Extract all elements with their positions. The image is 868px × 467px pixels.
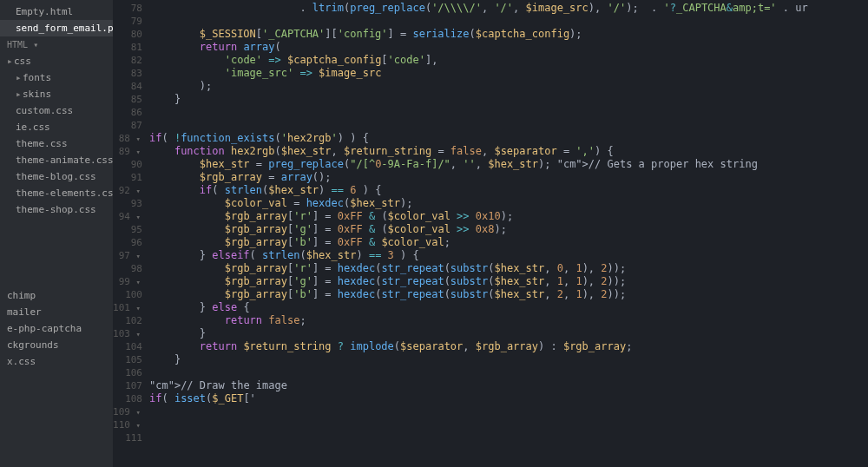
code-line[interactable]: if( isset($_GET[' <box>149 392 868 405</box>
line-number: 95 <box>113 223 142 236</box>
line-number: 87 <box>113 119 142 132</box>
line-number: 94 ▾ <box>113 210 142 223</box>
code-line[interactable]: } <box>149 353 868 366</box>
line-number: 101 ▾ <box>113 301 142 314</box>
line-number: 90 <box>113 158 142 171</box>
line-number: 81 <box>113 41 142 54</box>
line-number: 88 ▾ <box>113 132 142 145</box>
code-line[interactable]: return $return_string ? implode($separat… <box>149 340 868 353</box>
line-number: 111 <box>113 431 142 444</box>
code-line[interactable]: . ltrim(preg_replace('/\\\\/', '/', $ima… <box>149 2 868 15</box>
line-number: 106 <box>113 366 142 379</box>
file-item[interactable]: mailer <box>0 304 113 320</box>
line-number: 85 <box>113 93 142 106</box>
code-line[interactable]: "cm">// Draw the image <box>149 379 868 392</box>
code-line[interactable] <box>149 119 868 132</box>
line-number: 86 <box>113 106 142 119</box>
code-line[interactable] <box>149 106 868 119</box>
code-line[interactable]: ); <box>149 80 868 93</box>
folder-fonts[interactable]: ▸fonts <box>0 69 113 86</box>
code-line[interactable]: } elseif( strlen($hex_str) == 3 ) { <box>149 249 868 262</box>
file-item[interactable]: Empty.html <box>0 3 113 20</box>
line-number: 105 <box>113 353 142 366</box>
code-line[interactable]: $rgb_array['b'] = hexdec(str_repeat(subs… <box>149 288 868 301</box>
line-gutter: 78 79 80 81 82 83 84 85 86 87 88 ▾89 ▾90… <box>113 0 149 467</box>
file-theme-blog-css[interactable]: theme-blog.css <box>0 168 113 185</box>
code-line[interactable]: } else { <box>149 301 868 314</box>
line-number: 100 <box>113 288 142 301</box>
line-number: 79 <box>113 15 142 28</box>
line-number: 98 <box>113 262 142 275</box>
code-line[interactable]: if( !function_exists('hex2rgb') ) { <box>149 132 868 145</box>
line-number: 97 ▾ <box>113 249 142 262</box>
file-item[interactable]: e-php-captcha <box>0 320 113 337</box>
code-line[interactable]: $rgb_array['g'] = 0xFF & ($color_val >> … <box>149 223 868 236</box>
code-line[interactable] <box>149 366 868 379</box>
line-number: 84 <box>113 80 142 93</box>
line-number: 110 ▾ <box>113 418 142 431</box>
line-number: 99 ▾ <box>113 275 142 288</box>
code-line[interactable]: return array( <box>149 41 868 54</box>
code-line[interactable]: return false; <box>149 314 868 327</box>
line-number: 96 <box>113 236 142 249</box>
file-theme-elements-css[interactable]: theme-elements.css <box>0 185 113 201</box>
line-number: 89 ▾ <box>113 145 142 158</box>
code-line[interactable]: function hex2rgb($hex_str, $return_strin… <box>149 145 868 158</box>
code-line[interactable]: 'code' => $captcha_config['code'], <box>149 54 868 67</box>
line-number: 78 <box>113 2 142 15</box>
file-item[interactable]: chimp <box>0 287 113 304</box>
code-line[interactable]: } <box>149 93 868 106</box>
folder-skins[interactable]: ▸skins <box>0 86 113 102</box>
line-number: 109 ▾ <box>113 405 142 418</box>
sidebar-section: HTML ▾ <box>0 36 113 53</box>
code-line[interactable]: $rgb_array['r'] = hexdec(str_repeat(subs… <box>149 262 868 275</box>
line-number: 104 <box>113 340 142 353</box>
file-item[interactable]: ckgrounds <box>0 337 113 353</box>
code-line[interactable]: $rgb_array = array(); <box>149 171 868 184</box>
line-number: 91 <box>113 171 142 184</box>
code-line[interactable]: 'image_src' => $image_src <box>149 67 868 80</box>
file-theme-shop-css[interactable]: theme-shop.css <box>0 201 113 218</box>
file-theme-css[interactable]: theme.css <box>0 135 113 152</box>
code-line[interactable] <box>149 15 868 28</box>
code-area[interactable]: . ltrim(preg_replace('/\\\\/', '/', $ima… <box>149 0 868 467</box>
code-editor[interactable]: 78 79 80 81 82 83 84 85 86 87 88 ▾89 ▾90… <box>113 0 868 467</box>
line-number: 107 <box>113 379 142 392</box>
line-number: 103 ▾ <box>113 327 142 340</box>
code-line[interactable]: $rgb_array['b'] = 0xFF & $color_val; <box>149 236 868 249</box>
code-line[interactable]: if( strlen($hex_str) == 6 ) { <box>149 184 868 197</box>
code-line[interactable]: $rgb_array['r'] = 0xFF & ($color_val >> … <box>149 210 868 223</box>
line-number: 102 <box>113 314 142 327</box>
file-sidebar: Empty.html send_form_email.php HTML ▾ ▸c… <box>0 0 113 467</box>
line-number: 82 <box>113 54 142 67</box>
line-number: 108 <box>113 392 142 405</box>
line-number: 80 <box>113 28 142 41</box>
code-line[interactable]: $rgb_array['g'] = hexdec(str_repeat(subs… <box>149 275 868 288</box>
file-custom-css[interactable]: custom.css <box>0 102 113 119</box>
file-item[interactable]: x.css <box>0 353 113 370</box>
code-line[interactable]: $hex_str = preg_replace("/[^0-9A-Fa-f]/"… <box>149 158 868 171</box>
line-number: 83 <box>113 67 142 80</box>
code-line[interactable]: $color_val = hexdec($hex_str); <box>149 197 868 210</box>
code-line[interactable]: } <box>149 327 868 340</box>
file-ie-css[interactable]: ie.css <box>0 119 113 135</box>
line-number: 92 ▾ <box>113 184 142 197</box>
folder-css[interactable]: ▸css <box>0 53 113 69</box>
file-item-active[interactable]: send_form_email.php <box>0 20 113 36</box>
file-theme-animate-css[interactable]: theme-animate.css <box>0 152 113 168</box>
code-line[interactable]: $_SESSION['_CAPTCHA']['config'] = serial… <box>149 28 868 41</box>
line-number: 93 <box>113 197 142 210</box>
